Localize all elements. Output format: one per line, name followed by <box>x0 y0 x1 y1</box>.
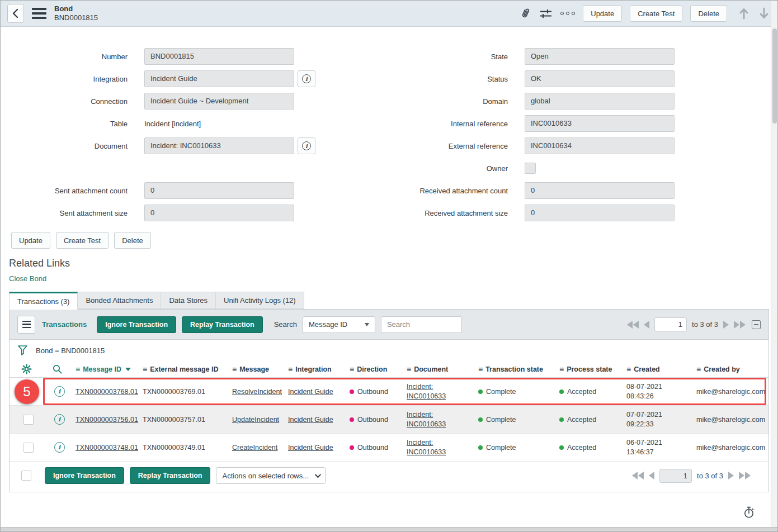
next-record-arrow-icon[interactable] <box>758 7 770 20</box>
column-header-direction[interactable]: ≡Direction <box>345 365 402 374</box>
close-bond-link[interactable]: Close Bond <box>9 274 46 283</box>
search-field-select[interactable]: Message ID <box>303 316 375 333</box>
owner-field[interactable] <box>525 163 536 174</box>
internal-reference-field[interactable]: INC0010633 <box>525 115 675 132</box>
next-page-icon[interactable] <box>728 472 734 479</box>
table-row[interactable]: 5 i TXN0000003768.01 TXN0000003769.01 Re… <box>10 378 768 406</box>
next-page-icon[interactable] <box>723 321 729 329</box>
delete-button[interactable]: Delete <box>690 5 727 22</box>
form-update-button[interactable]: Update <box>11 232 50 249</box>
previous-page-icon[interactable] <box>644 321 649 329</box>
row-checkbox[interactable] <box>23 415 34 425</box>
column-header-created-by[interactable]: ≡Created by <box>692 365 768 374</box>
footer-replay-transaction-button[interactable]: Replay Transaction <box>130 467 211 484</box>
tab-data-stores[interactable]: Data Stores <box>161 292 216 309</box>
message-link[interactable]: CreateIncident <box>232 444 277 452</box>
domain-field[interactable]: global <box>525 93 675 110</box>
personalize-sliders-icon[interactable] <box>539 7 553 20</box>
document-info-button[interactable]: i <box>298 137 315 154</box>
first-page-icon[interactable] <box>632 472 644 479</box>
column-header-message[interactable]: ≡Message <box>228 365 284 374</box>
collapse-list-icon[interactable] <box>752 320 761 329</box>
tab-unifi-activity-logs[interactable]: Unifi Activity Logs (12) <box>216 292 304 309</box>
state-dot-icon <box>559 417 564 422</box>
integration-link[interactable]: Incident Guide <box>288 416 333 424</box>
message-id-link[interactable]: TXN0000003748.01 <box>76 444 138 452</box>
document-link[interactable]: Incident:INC0010633 <box>407 411 446 428</box>
update-button[interactable]: Update <box>583 5 622 22</box>
list-context-menu-icon[interactable] <box>17 316 35 334</box>
actions-select[interactable]: Actions on selected rows... <box>216 467 326 484</box>
column-header-process-state[interactable]: ≡Process state <box>555 365 622 374</box>
select-all-checkbox[interactable] <box>21 471 31 481</box>
form-create-test-button[interactable]: Create Test <box>56 232 109 249</box>
filter-breadcrumb[interactable]: Bond = BND0001815 <box>36 346 105 355</box>
list-toolbar: Transactions Ignore Transaction Replay T… <box>10 310 768 340</box>
received-attachment-count-field[interactable]: 0 <box>525 182 675 199</box>
sent-attachment-count-field[interactable]: 0 <box>144 182 294 199</box>
status-label: Status <box>318 68 525 90</box>
response-time-stopwatch-icon[interactable] <box>743 506 755 519</box>
message-id-link[interactable]: TXN0000003768.01 <box>76 388 138 396</box>
sent-attachment-size-field[interactable]: 0 <box>144 205 294 221</box>
integration-info-button[interactable]: i <box>298 70 315 87</box>
previous-record-arrow-icon[interactable] <box>738 7 749 20</box>
column-header-created[interactable]: ≡Created <box>622 365 692 374</box>
table-row[interactable]: i TXN0000003748.01 TXN0000003749.01 Crea… <box>10 434 768 462</box>
document-link[interactable]: Incident:INC0010633 <box>407 383 446 400</box>
search-input[interactable] <box>381 316 462 333</box>
column-header-document[interactable]: ≡Document <box>402 365 474 374</box>
integration-link[interactable]: Incident Guide <box>288 444 333 452</box>
row-info-icon[interactable]: i <box>54 414 65 425</box>
status-field[interactable]: OK <box>525 70 675 87</box>
scrollbar-thumb[interactable] <box>772 28 777 124</box>
back-button[interactable] <box>7 4 24 23</box>
page-number-input[interactable] <box>654 317 687 331</box>
row-info-icon[interactable]: i <box>54 386 65 397</box>
search-icon[interactable] <box>52 364 63 374</box>
integration-link[interactable]: Incident Guide <box>288 388 333 396</box>
ignore-transaction-button[interactable]: Ignore Transaction <box>97 316 176 333</box>
first-page-icon[interactable] <box>627 321 639 329</box>
page-number-input[interactable] <box>659 469 692 483</box>
table-row[interactable]: i TXN0000003756.01 TXN0000003757.01 Upda… <box>10 406 768 434</box>
replay-transaction-button[interactable]: Replay Transaction <box>182 316 263 333</box>
last-page-icon[interactable] <box>734 321 746 329</box>
created-value: 07-07-202109:22:33 <box>622 410 692 429</box>
message-link[interactable]: UpdateIncident <box>232 416 279 424</box>
column-header-message-id[interactable]: ≡ Message ID <box>71 365 138 374</box>
external-message-id: TXN0000003749.01 <box>138 444 228 452</box>
document-field[interactable]: Incident: INC0010633 <box>144 137 294 154</box>
tab-transactions[interactable]: Transactions (3) <box>9 292 78 310</box>
list-filter-row: Bond = BND0001815 <box>10 340 768 361</box>
last-page-icon[interactable] <box>739 472 751 479</box>
created-value: 08-07-202108:43:26 <box>622 382 692 401</box>
form-context-menu-icon[interactable] <box>32 8 46 19</box>
connection-field[interactable]: Incident Guide ~ Development <box>144 93 294 110</box>
row-checkbox[interactable] <box>23 443 34 453</box>
attachment-paperclip-icon[interactable] <box>519 7 531 20</box>
more-options-icon[interactable] <box>560 12 575 15</box>
window-bottom-edge <box>1 527 777 531</box>
received-attachment-size-field[interactable]: 0 <box>525 205 675 221</box>
integration-field[interactable]: Incident Guide <box>144 70 294 87</box>
message-link[interactable]: ResolveIncident <box>232 388 282 396</box>
external-reference-field[interactable]: INC0010634 <box>525 137 675 154</box>
list-pagination-top: to 3 of 3 <box>627 317 761 331</box>
gear-icon[interactable] <box>21 364 32 374</box>
number-field[interactable]: BND0001815 <box>144 48 294 65</box>
previous-page-icon[interactable] <box>649 472 654 479</box>
form-delete-button[interactable]: Delete <box>114 232 151 249</box>
footer-ignore-transaction-button[interactable]: Ignore Transaction <box>45 467 124 484</box>
tab-bonded-attachments[interactable]: Bonded Attachments <box>78 292 161 309</box>
document-link[interactable]: Incident:INC0010633 <box>407 439 446 456</box>
filter-funnel-icon[interactable] <box>17 345 28 357</box>
column-header-external-message-id[interactable]: ≡External message ID <box>138 365 228 374</box>
vertical-scrollbar[interactable] <box>771 1 777 527</box>
state-field[interactable]: Open <box>525 48 675 65</box>
row-info-icon[interactable]: i <box>54 442 65 453</box>
column-header-transaction-state[interactable]: ≡Transaction state <box>474 365 555 374</box>
message-id-link[interactable]: TXN0000003756.01 <box>76 416 138 424</box>
create-test-button[interactable]: Create Test <box>630 5 682 22</box>
column-header-integration[interactable]: ≡Integration <box>284 365 345 374</box>
